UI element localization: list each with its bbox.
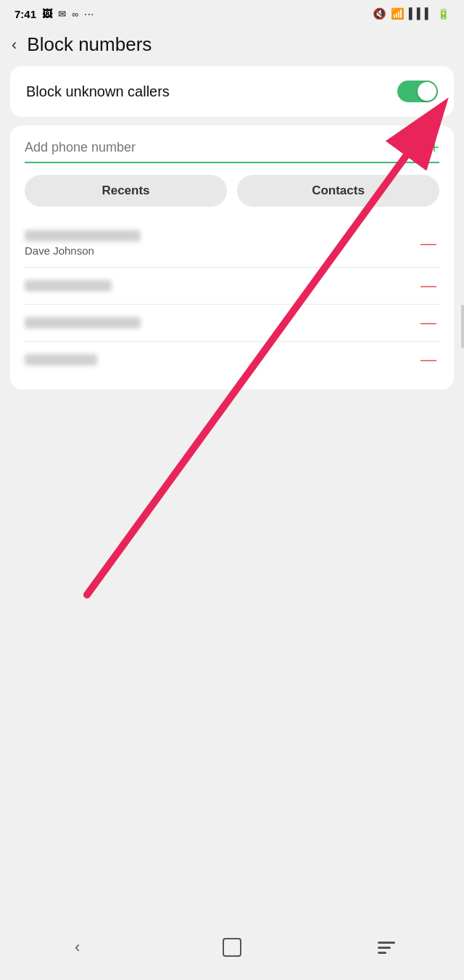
blurred-phone-number (25, 280, 112, 292)
blocked-item: — (25, 305, 439, 342)
blocked-item-info: Dave Johnson (25, 230, 418, 257)
blurred-phone-number (25, 317, 141, 329)
back-button[interactable]: ‹ (12, 36, 17, 54)
blocked-item: — (25, 268, 439, 305)
contacts-button[interactable]: Contacts (237, 175, 439, 207)
nav-home-button[interactable] (210, 933, 254, 962)
block-unknown-toggle[interactable] (397, 81, 438, 102)
scrollbar (461, 305, 464, 348)
add-phone-row: + (25, 137, 439, 163)
nav-recents-button[interactable] (365, 933, 408, 962)
recents-bar-3 (378, 952, 386, 954)
blocked-item-info (25, 354, 418, 366)
recents-button[interactable]: Recents (25, 175, 227, 207)
bottom-nav: ‹ (0, 922, 464, 980)
blocked-item: — (25, 342, 439, 378)
mute-icon: 🔇 (373, 7, 386, 20)
block-unknown-label: Block unknown callers (26, 83, 170, 100)
remove-button[interactable]: — (418, 315, 439, 331)
nav-home-icon (223, 938, 241, 957)
message-icon: ✉ (58, 9, 66, 20)
nav-back-button[interactable]: ‹ (56, 933, 99, 962)
phone-section: + Recents Contacts Dave Johnson — — (10, 125, 454, 390)
wifi-icon: 📶 (391, 7, 405, 20)
signal-icon: ▍▍▍ (409, 8, 433, 20)
blocked-list: Dave Johnson — — — (25, 220, 439, 378)
blocked-item-info (25, 280, 418, 292)
toggle-knob (418, 82, 436, 101)
remove-button[interactable]: — (418, 236, 439, 252)
content-area: Block unknown callers + Recents Contacts… (0, 66, 464, 390)
add-phone-input[interactable] (25, 140, 429, 155)
status-time: 7:41 🖼 ✉ ∞ ··· (14, 8, 94, 20)
recents-bar-2 (378, 947, 391, 949)
nav-bar: ‹ Block numbers (0, 26, 464, 66)
remove-button[interactable]: — (418, 278, 439, 294)
status-right-icons: 🔇 📶 ▍▍▍ 🔋 (373, 7, 450, 20)
photo-icon: 🖼 (42, 8, 52, 20)
blurred-phone-number (25, 354, 97, 366)
remove-button[interactable]: — (418, 352, 439, 368)
filter-buttons: Recents Contacts (25, 175, 439, 207)
contact-name: Dave Johnson (25, 244, 418, 257)
time-display: 7:41 (14, 8, 36, 20)
blurred-phone-number (25, 230, 141, 242)
recents-bar-1 (378, 942, 395, 944)
block-unknown-card: Block unknown callers (10, 66, 454, 117)
nav-back-icon: ‹ (75, 938, 80, 957)
voicemail-icon: ∞ (72, 9, 78, 20)
nav-recents-icon (378, 942, 395, 954)
blocked-item: Dave Johnson — (25, 220, 439, 268)
page-title: Block numbers (27, 33, 152, 56)
status-bar: 7:41 🖼 ✉ ∞ ··· 🔇 📶 ▍▍▍ 🔋 (0, 0, 464, 26)
more-icon: ··· (84, 9, 94, 20)
battery-icon: 🔋 (437, 8, 450, 20)
blocked-item-info (25, 317, 418, 329)
add-phone-button[interactable]: + (429, 137, 439, 157)
